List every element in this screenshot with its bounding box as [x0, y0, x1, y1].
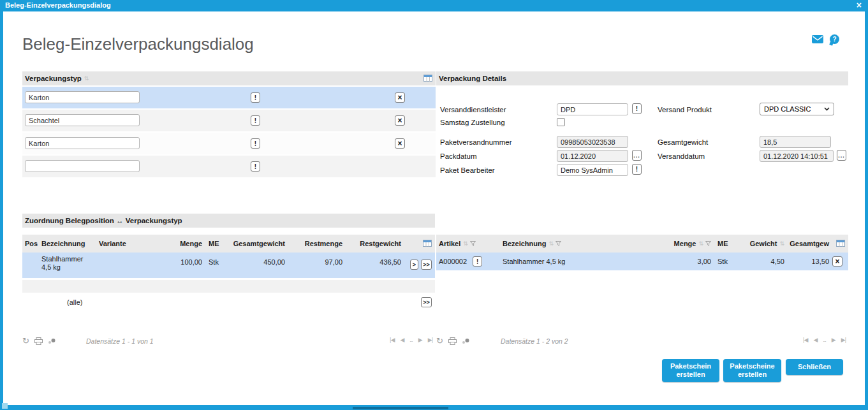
dialog-window: Beleg-Einzelverpackungsdialog × Beleg-Ei…: [0, 0, 868, 410]
sort-icon[interactable]: ⇅: [779, 240, 784, 247]
col-gewicht[interactable]: Gewicht: [750, 240, 777, 247]
article-detail-button[interactable]: !: [473, 256, 482, 267]
ship-date-input[interactable]: [760, 150, 834, 162]
ship-product-select[interactable]: DPD CLASSIC: [760, 103, 834, 115]
filter-icon[interactable]: [555, 241, 561, 246]
page-next-icon[interactable]: ▶: [418, 337, 422, 343]
remove-article-button[interactable]: ×: [832, 256, 842, 267]
ship-date-picker-button[interactable]: ...: [837, 150, 846, 161]
assign-all-button[interactable]: >>: [421, 297, 432, 307]
assignment-section: Zuordnung Belegposition ↔ Verpackungstyp: [22, 214, 435, 228]
close-button[interactable]: Schließen: [786, 359, 843, 375]
sort-icon[interactable]: ⇅: [463, 240, 468, 247]
filter-icon[interactable]: [705, 241, 711, 246]
remove-row-button[interactable]: ×: [395, 115, 405, 126]
col-gesamtgew[interactable]: Gesamtgew: [787, 240, 832, 247]
page-last-icon[interactable]: ▶|: [428, 337, 432, 343]
refresh-icon[interactable]: ↻: [22, 337, 29, 345]
sort-icon[interactable]: ⇅: [84, 75, 89, 82]
positions-table: Pos Bezeichnung Variante Menge ME Gesamt…: [22, 235, 435, 312]
remove-row-button[interactable]: ×: [395, 92, 405, 103]
column-settings-icon[interactable]: [423, 75, 432, 83]
records-count: Datensätze 1 - 1 von 1: [86, 337, 154, 345]
titlebar-title: Beleg-Einzelverpackungsdialog: [5, 1, 111, 9]
packaging-row[interactable]: ! ×: [22, 110, 436, 131]
col-menge[interactable]: Menge: [674, 240, 696, 247]
saturday-delivery-label: Samstag Zustellung: [440, 119, 505, 126]
col-restgewicht[interactable]: Restgewicht: [345, 240, 404, 247]
detail-bang-button[interactable]: !: [251, 161, 260, 172]
resize-grip[interactable]: [2, 403, 8, 409]
position-empty-row: [22, 280, 435, 293]
col-bezeichnung[interactable]: Bezeichnung: [503, 240, 546, 247]
assignment-header-label: Zuordnung Belegposition ↔ Verpackungstyp: [25, 217, 182, 224]
ship-product-label: Versand Produkt: [658, 106, 712, 113]
col-variante[interactable]: Variante: [96, 240, 170, 247]
package-editor-input[interactable]: [557, 164, 628, 176]
help-icon[interactable]: ?: [830, 34, 839, 44]
filter-icon[interactable]: [470, 241, 476, 246]
articles-table: Artikel ⇅ Bezeichnung ⇅ Menge ⇅ ME Gewic…: [436, 235, 848, 270]
page-dots[interactable]: ...: [409, 337, 413, 343]
page-prev-icon[interactable]: ◀: [400, 337, 404, 343]
assign-all-of-row-button[interactable]: >>: [421, 260, 432, 270]
position-restmenge: 97,00: [288, 253, 345, 278]
refresh-icon[interactable]: ↻: [436, 337, 443, 345]
detail-bang-button[interactable]: !: [251, 138, 260, 149]
tracking-number-input[interactable]: [557, 136, 628, 148]
col-menge[interactable]: Menge: [170, 240, 205, 247]
page-dots[interactable]: ...: [823, 337, 826, 343]
col-pos[interactable]: Pos: [22, 240, 39, 247]
col-gesamtgewicht[interactable]: Gesamtgewicht: [227, 240, 288, 247]
articles-table-header: Artikel ⇅ Bezeichnung ⇅ Menge ⇅ ME Gewic…: [436, 235, 848, 253]
pack-date-input[interactable]: [557, 150, 628, 162]
page-prev-icon[interactable]: ◀: [813, 337, 817, 343]
close-icon[interactable]: ×: [857, 0, 862, 11]
detail-bang-button[interactable]: !: [251, 115, 260, 126]
tracking-number-label: Paketversandnummer: [440, 138, 512, 146]
mail-icon[interactable]: [812, 35, 823, 43]
column-settings-icon[interactable]: [836, 240, 845, 248]
packaging-type-input[interactable]: [25, 160, 140, 172]
page-next-icon[interactable]: ▶: [832, 337, 835, 343]
horizontal-scrollbar-thumb[interactable]: [353, 407, 448, 409]
col-artikel[interactable]: Artikel: [439, 240, 460, 247]
page-last-icon[interactable]: ▶|: [841, 337, 846, 343]
page-first-icon[interactable]: |◀: [803, 337, 807, 343]
pack-date-picker-button[interactable]: ...: [632, 150, 642, 161]
packaging-type-input[interactable]: [25, 114, 140, 126]
packaging-type-input[interactable]: [25, 91, 140, 103]
records-icon[interactable]: [48, 338, 55, 344]
saturday-delivery-checkbox[interactable]: [557, 118, 565, 126]
position-row[interactable]: Stahlhammer 4,5 kg 100,00 Stk 450,00 97,…: [22, 253, 435, 278]
packaging-row[interactable]: ! ×: [22, 133, 436, 154]
print-icon[interactable]: [448, 337, 457, 345]
create-package-label-button[interactable]: Paketschein erstellen: [662, 359, 719, 382]
col-me[interactable]: ME: [714, 240, 739, 247]
total-weight-input[interactable]: [760, 136, 831, 148]
records-icon[interactable]: [462, 338, 469, 344]
assign-one-button[interactable]: >: [410, 260, 418, 270]
carrier-detail-button[interactable]: !: [632, 103, 642, 114]
positions-footer: ↻ Datensätze 1 - 1 von 1 |◀ ◀ ... ▶ ▶|: [22, 335, 435, 348]
col-bezeichnung[interactable]: Bezeichnung: [39, 240, 96, 247]
positions-table-header: Pos Bezeichnung Variante Menge ME Gesamt…: [22, 235, 435, 253]
article-row[interactable]: A000002 ! Stahlhammer 4,5 kg 3,00 Stk 4,…: [436, 253, 848, 270]
sort-icon[interactable]: ⇅: [548, 240, 554, 247]
col-restmenge[interactable]: Restmenge: [288, 240, 345, 247]
carrier-input[interactable]: [557, 103, 628, 115]
articles-footer: ↻ Datensätze 1 - 2 von 2 |◀ ◀ ... ▶ ▶|: [436, 335, 848, 348]
packaging-row-new[interactable]: !: [22, 156, 436, 177]
remove-row-button[interactable]: ×: [395, 138, 405, 149]
packaging-row[interactable]: ! ×: [22, 87, 436, 108]
editor-detail-button[interactable]: !: [632, 164, 642, 175]
column-settings-icon[interactable]: [423, 240, 432, 248]
create-package-labels-button[interactable]: Paketscheine erstellen: [723, 359, 781, 382]
col-me[interactable]: ME: [205, 240, 227, 247]
detail-bang-button[interactable]: !: [251, 92, 260, 103]
packaging-type-header-label: Verpackungstyp: [25, 75, 82, 82]
sort-icon[interactable]: ⇅: [698, 240, 703, 247]
print-icon[interactable]: [34, 337, 43, 345]
page-first-icon[interactable]: |◀: [390, 337, 394, 343]
packaging-type-input[interactable]: [25, 137, 140, 149]
